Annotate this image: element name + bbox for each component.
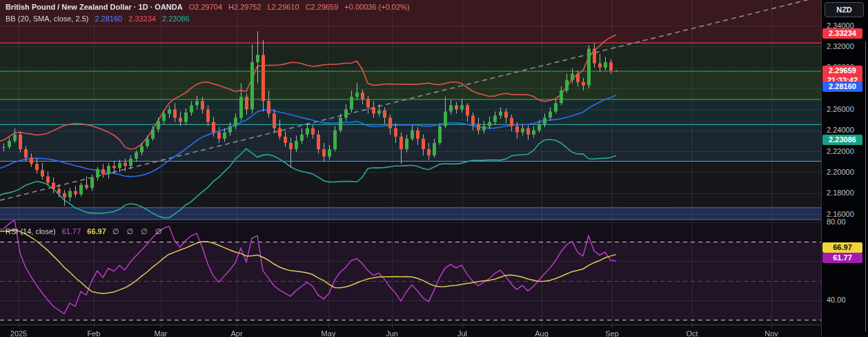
bb-lower-label-text: 2.23086 [822,135,862,145]
bb-upper-label: 2.33234 [822,28,862,39]
time-tick-label: Jul [457,329,467,337]
last-price-label-text: 2.29659 [822,66,862,76]
trading-chart-window: British Pound / New Zealand Dollar · 1D … [0,0,868,337]
time-tick-label: Mar [155,329,168,337]
rsi-tick-label: 80.00 [827,218,846,226]
time-axis[interactable]: 2025FebMarAprMayJunJulAugSepOctNov [0,325,821,337]
time-tick-label: Oct [686,329,698,337]
chart-canvas[interactable] [0,0,821,337]
price-tick-label: 2.26000 [827,105,854,113]
price-tick-label: 2.16000 [827,210,854,218]
price-tick-label: 2.24000 [827,126,854,134]
price-tick-label: 2.18000 [827,189,854,197]
time-tick-label: Sep [605,329,619,337]
rsi-ma-label: 66.97 [822,242,862,253]
time-tick-label: Jun [386,329,398,337]
bb-upper-label-text: 2.33234 [822,28,862,39]
price-tick-label: 2.32000 [827,42,854,50]
price-tick-label: 2.20000 [827,168,854,176]
time-tick-label: Aug [535,329,549,337]
rsi-label-text: 61.77 [822,253,862,263]
bb-basis-label-text: 2.28160 [822,81,862,92]
bb-lower-label: 2.23086 [822,135,862,145]
currency-button[interactable]: NZD [825,2,864,17]
price-axis[interactable]: NZD 2.340002.320002.300002.280002.260002… [821,0,868,337]
time-tick-label: 2025 [10,329,27,337]
time-tick-label: Apr [230,329,242,337]
time-tick-label: Nov [765,329,778,337]
rsi-label: 61.77 [822,253,862,263]
time-tick-label: Feb [88,329,101,337]
bb-basis-label: 2.28160 [822,81,862,92]
time-tick-label: May [322,329,336,337]
rsi-ma-label-text: 66.97 [822,242,862,253]
axis-scrollbar[interactable] [865,41,866,331]
rsi-tick-label: 40.00 [827,296,846,304]
price-tick-label: 2.22000 [827,147,854,155]
